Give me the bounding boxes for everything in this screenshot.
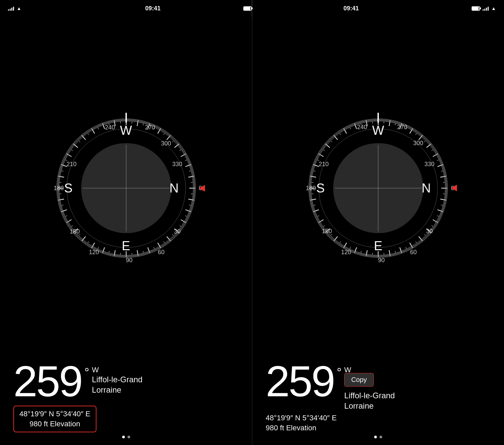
svg-line-647 [311, 172, 313, 173]
svg-line-77 [191, 171, 193, 172]
svg-line-198 [106, 252, 106, 254]
svg-line-530 [394, 253, 395, 255]
svg-line-54 [179, 146, 181, 148]
svg-line-459 [443, 194, 447, 194]
svg-line-329 [89, 129, 91, 131]
svg-line-37 [165, 132, 167, 134]
svg-line-697 [347, 126, 348, 128]
svg-line-397 [415, 130, 416, 132]
svg-line-473 [441, 210, 444, 210]
svg-line-105 [191, 204, 193, 205]
svg-line-218 [84, 242, 86, 244]
svg-line-313 [75, 142, 76, 143]
svg-line-356 [120, 119, 120, 123]
svg-line-247 [63, 215, 65, 216]
right-panel: W S N E 0 270 240 300 330 30 60 90 120 1… [252, 17, 504, 445]
svg-line-199 [105, 252, 105, 254]
svg-line-673 [324, 145, 326, 146]
svg-line-537 [386, 254, 387, 257]
svg-line-409 [424, 139, 427, 142]
svg-line-585 [333, 239, 334, 240]
deg-30-right: 30 [426, 228, 433, 235]
svg-line-433 [441, 163, 443, 164]
svg-line-431 [440, 161, 442, 162]
svg-line-323 [83, 134, 85, 136]
svg-line-563 [356, 251, 356, 254]
svg-line-713 [365, 120, 365, 123]
cardinal-s-left: S [64, 181, 72, 195]
svg-line-115 [187, 215, 189, 216]
svg-line-39 [167, 134, 169, 136]
svg-line-608 [316, 217, 318, 218]
svg-line-555 [365, 254, 365, 256]
deg-120-right: 120 [341, 249, 351, 256]
svg-line-641 [310, 180, 312, 180]
svg-line-500 [425, 236, 426, 238]
svg-line-96 [191, 194, 195, 194]
svg-line-447 [445, 180, 447, 180]
svg-line-203 [100, 250, 101, 252]
svg-line-686 [336, 134, 337, 136]
copy-popup[interactable]: Copy [344, 373, 374, 387]
svg-line-675 [326, 143, 328, 144]
deg-180-right: 180 [306, 184, 316, 191]
svg-line-118 [186, 218, 188, 219]
svg-line-424 [433, 153, 438, 156]
svg-line-461 [445, 196, 447, 196]
svg-line-42 [170, 136, 172, 138]
svg-line-616 [312, 209, 315, 209]
svg-line-468 [443, 204, 445, 205]
svg-line-376 [392, 120, 393, 123]
svg-line-715 [367, 120, 368, 122]
svg-line-150 [161, 245, 162, 247]
svg-line-349 [111, 121, 112, 123]
svg-line-662 [317, 156, 319, 157]
info-section-left: 259 ° W Liffol-le-Grand Lorraine 48°19′9… [0, 360, 252, 436]
svg-line-68 [188, 161, 190, 162]
svg-line-282 [58, 175, 60, 175]
svg-line-325 [85, 132, 87, 134]
svg-line-289 [60, 167, 63, 167]
compass-right: W S N E 0 270 240 300 330 30 60 90 120 1… [252, 17, 504, 360]
svg-line-652 [312, 167, 315, 167]
svg-line-238 [68, 225, 70, 226]
dot-1-right [374, 436, 377, 438]
svg-line-220 [82, 240, 84, 242]
svg-line-137 [172, 236, 174, 238]
svg-line-194 [110, 253, 111, 256]
svg-line-32 [161, 129, 162, 131]
svg-line-613 [314, 212, 316, 213]
svg-line-557 [362, 253, 363, 256]
svg-line-291 [61, 164, 67, 166]
svg-line-665 [319, 152, 321, 154]
svg-line-625 [310, 198, 312, 199]
svg-line-171 [137, 250, 138, 256]
coords-box-left[interactable]: 48°19′9″ N 5°34′40″ E 980 ft Elevation [13, 406, 96, 432]
copy-button-label[interactable]: Copy [351, 376, 367, 383]
deg-330-left: 330 [172, 161, 182, 168]
svg-line-79 [191, 174, 194, 174]
svg-line-122 [183, 222, 185, 224]
compass-dial-right: W S N E 0 270 240 300 330 30 60 90 120 1… [298, 108, 458, 268]
svg-line-46 [172, 139, 175, 142]
svg-line-661 [317, 157, 319, 158]
svg-line-525 [400, 251, 401, 254]
svg-line-534 [389, 250, 390, 256]
deg-60-left: 60 [158, 249, 165, 256]
svg-line-283 [58, 174, 61, 174]
svg-line-265 [57, 195, 60, 195]
svg-line-34 [162, 130, 164, 132]
svg-line-307 [70, 147, 72, 149]
svg-line-341 [102, 123, 104, 129]
svg-line-319 [80, 137, 81, 138]
svg-line-566 [352, 250, 353, 252]
svg-line-510 [416, 244, 417, 246]
svg-line-158 [152, 250, 153, 252]
svg-line-683 [333, 136, 334, 138]
svg-line-654 [313, 164, 319, 166]
svg-line-48 [175, 141, 177, 143]
svg-line-603 [319, 222, 321, 224]
svg-line-44 [172, 138, 173, 139]
svg-line-86 [191, 182, 195, 182]
svg-line-169 [140, 254, 140, 256]
